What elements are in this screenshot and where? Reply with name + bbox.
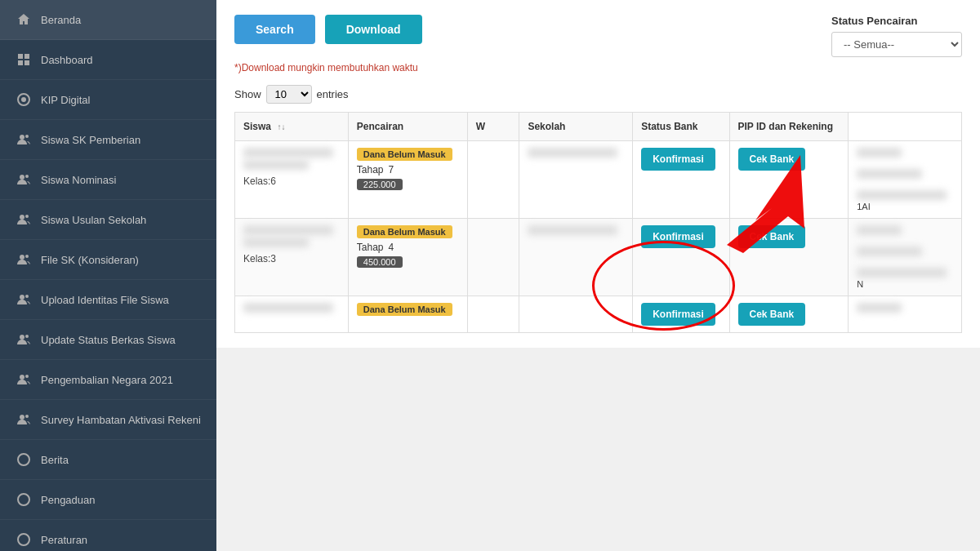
svg-point-17	[25, 335, 29, 338]
sidebar-label-dashboard: Dashboard	[41, 54, 93, 66]
sidebar-item-upload[interactable]: Upload Identitas File Siswa	[0, 280, 216, 320]
cek-bank-cell-1: Cek Bank	[729, 141, 849, 219]
sidebar-item-beranda[interactable]: Beranda	[0, 0, 216, 40]
sidebar-label-beranda: Beranda	[41, 14, 81, 26]
pencairan-cell-2: Dana Belum Masuk Tahap 4 450.000	[348, 219, 467, 296]
sekolah-name-blurred	[528, 148, 617, 158]
table-row: Kelas:6 Dana Belum Masuk Tahap 7 225.000	[235, 141, 962, 219]
tahap-value: 7	[388, 164, 394, 176]
entries-label: entries	[317, 88, 349, 100]
file-icon	[15, 251, 33, 269]
konfirmasi-cell-1: Konfirmasi	[633, 141, 729, 219]
sidebar-label-berita: Berita	[41, 454, 69, 466]
show-label: Show	[234, 88, 261, 100]
svg-point-19	[25, 375, 29, 378]
svg-point-13	[25, 255, 29, 258]
sidebar-item-survey[interactable]: Survey Hambatan Aktivasi Rekeni	[0, 400, 216, 440]
svg-point-24	[18, 534, 29, 545]
dana-badge: Dana Belum Masuk	[357, 225, 452, 238]
svg-point-16	[20, 335, 24, 340]
siswa-name-blurred	[243, 148, 333, 158]
sidebar-item-file-sk[interactable]: File SK (Konsideran)	[0, 240, 216, 280]
sidebar-item-nominasi[interactable]: Siswa Nominasi	[0, 160, 216, 200]
siswa-cell-1: Kelas:6	[235, 141, 349, 219]
survey-icon	[15, 411, 33, 429]
konfirmasi-button-3[interactable]: Konfirmasi	[641, 303, 715, 326]
sidebar-item-berita[interactable]: Berita	[0, 440, 216, 480]
pip-id-blurred	[857, 225, 902, 235]
download-note: *)Download mungkin membutuhkan waktu	[234, 62, 962, 73]
status-block: Status Pencairan -- Semua--	[831, 15, 962, 57]
search-button[interactable]: Search	[234, 15, 315, 44]
pip-rek-blurred	[857, 169, 922, 179]
sekolah-name-blurred	[528, 225, 617, 235]
konfirmasi-button-2[interactable]: Konfirmasi	[641, 225, 715, 248]
svg-point-23	[18, 494, 29, 505]
sidebar-item-update-status[interactable]: Update Status Berkas Siswa	[0, 320, 216, 360]
sidebar-item-siswa-sk[interactable]: Siswa SK Pemberian	[0, 120, 216, 160]
cek-bank-cell-3: Cek Bank	[729, 296, 849, 333]
update-icon	[15, 331, 33, 349]
pip-id-blurred	[857, 148, 902, 158]
peraturan-icon	[15, 531, 33, 549]
amount-badge: 450.000	[357, 256, 403, 268]
svg-point-14	[20, 295, 24, 300]
kelas-text: Kelas:6	[243, 176, 340, 187]
siswa-id-blurred	[243, 160, 309, 170]
sekolah-cell-1	[519, 141, 633, 219]
cek-bank-button-1[interactable]: Cek Bank	[738, 148, 806, 171]
pencairan-content: Dana Belum Masuk Tahap 7 225.000	[357, 148, 459, 190]
sidebar-label-kip: KIP Digital	[41, 94, 90, 106]
svg-point-11	[25, 215, 29, 218]
amount-badge: 225.000	[357, 179, 403, 190]
siswa-id-blurred	[243, 238, 309, 247]
pip-id-cell-3	[849, 296, 962, 333]
svg-point-18	[20, 375, 24, 380]
pip-id-cell-1: 1AI	[849, 141, 962, 219]
sidebar-item-peraturan[interactable]: Peraturan	[0, 520, 216, 551]
sort-icon: ↑↓	[277, 122, 285, 131]
status-select[interactable]: -- Semua--	[831, 32, 962, 57]
pencairan-cell-1: Dana Belum Masuk Tahap 7 225.000	[348, 141, 467, 219]
entries-select[interactable]: 10 25 50 100	[266, 85, 312, 104]
sidebar-item-usulan[interactable]: Siswa Usulan Sekolah	[0, 200, 216, 240]
pencairan-cell-3: Dana Belum Masuk	[348, 296, 467, 333]
col-pencairan: Pencairan	[348, 113, 467, 141]
pengembalian-icon	[15, 371, 33, 389]
sidebar-item-dashboard[interactable]: Dashboard	[0, 40, 216, 80]
konfirmasi-button-1[interactable]: Konfirmasi	[641, 148, 715, 171]
pip-id-blurred	[857, 303, 902, 313]
sidebar-label-file-sk: File SK (Konsideran)	[41, 254, 139, 266]
status-label: Status Pencairan	[831, 15, 962, 27]
table-row: Kelas:3 Dana Belum Masuk Tahap 4 450.000	[235, 219, 962, 296]
sidebar-label-nominasi: Siswa Nominasi	[41, 174, 116, 186]
sidebar-label-survey: Survey Hambatan Aktivasi Rekeni	[41, 414, 201, 426]
home-icon	[15, 11, 33, 29]
w-cell-3	[467, 296, 519, 333]
svg-rect-0	[18, 54, 23, 59]
cek-bank-button-3[interactable]: Cek Bank	[738, 303, 806, 326]
svg-point-8	[20, 175, 24, 180]
svg-point-20	[20, 415, 24, 420]
tahap-label: Tahap	[357, 242, 384, 253]
download-button[interactable]: Download	[325, 15, 422, 44]
svg-point-21	[25, 415, 29, 418]
svg-point-15	[25, 295, 29, 298]
kip-icon	[15, 91, 33, 109]
col-status-bank: Status Bank	[633, 113, 729, 141]
main-content: Search Download Status Pencairan -- Semu…	[216, 0, 980, 348]
cek-bank-button-2[interactable]: Cek Bank	[738, 225, 806, 248]
siswa-name-blurred	[243, 225, 333, 235]
pip-id-cell-2: N	[849, 219, 962, 296]
sidebar-item-kip[interactable]: KIP Digital	[0, 80, 216, 120]
col-w: W	[467, 113, 519, 141]
dana-badge: Dana Belum Masuk	[357, 303, 452, 316]
sidebar-item-pengembalian[interactable]: Pengembalian Negara 2021	[0, 360, 216, 400]
svg-point-6	[20, 135, 24, 140]
siswa-cell-3	[235, 296, 349, 333]
svg-point-5	[21, 97, 26, 102]
cek-bank-cell-2: Cek Bank	[729, 219, 849, 296]
sidebar-item-pengaduan[interactable]: Pengaduan	[0, 480, 216, 520]
col-siswa[interactable]: Siswa ↑↓	[235, 113, 349, 141]
sidebar-label-update: Update Status Berkas Siswa	[41, 334, 176, 346]
